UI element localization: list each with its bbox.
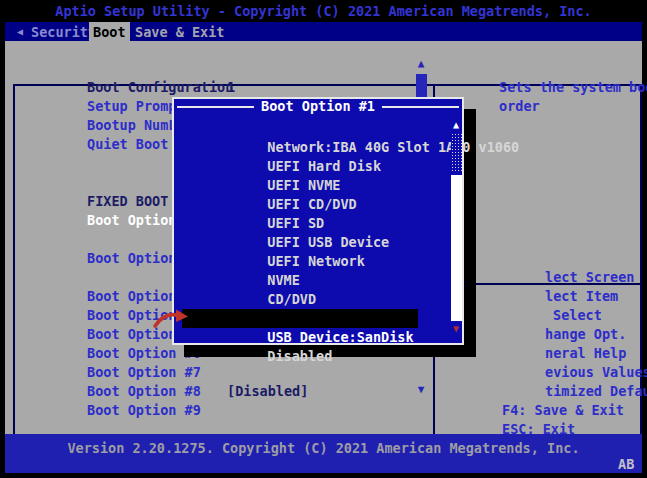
popup-item[interactable]: UEFI CD/DVD xyxy=(186,176,357,195)
boot-option-popup: Boot Option #1 Network:IBA 40G Slot 1A00… xyxy=(172,97,464,345)
boot-option-row: Boot Configuration xyxy=(22,59,412,78)
popup-scroll-up-icon[interactable]: ▲ xyxy=(449,119,463,131)
hotkey-row: hange Opt. xyxy=(480,306,626,325)
popup-scrollbar-track[interactable] xyxy=(451,175,462,321)
popup-item[interactable]: CD/DVD xyxy=(186,271,316,290)
left-scroll-down-icon[interactable]: ▼ xyxy=(413,383,429,396)
tab-boot[interactable]: Boot xyxy=(89,22,130,41)
hotkey-row: lect Item xyxy=(480,268,618,287)
help-description-line: order xyxy=(434,78,540,97)
hotkey-row: Select xyxy=(488,287,602,306)
title-rule-left xyxy=(177,106,254,108)
hotkey-row: lect Screen xyxy=(480,249,634,268)
popup-item[interactable]: UEFI USB Device xyxy=(186,214,389,233)
tab-bar: ◀ Security Boot Save & Exit xyxy=(5,22,642,41)
popup-item[interactable]: UEFI NVME xyxy=(186,157,340,176)
option-label: Boot Option #9 xyxy=(87,402,201,418)
version-text: Version 2.20.1275. Copyright (C) 2021 Am… xyxy=(5,439,642,458)
corner-badge: AB xyxy=(618,455,634,474)
title-bar: Aptio Setup Utility - Copyright (C) 2021… xyxy=(0,0,647,22)
annotation-arrow-icon xyxy=(151,305,191,331)
popup-item[interactable]: UEFI SD xyxy=(186,195,324,214)
popup-item[interactable]: Network:IBA 40G Slot 1A00 v1060 xyxy=(186,119,519,138)
popup-title: Boot Option #1 xyxy=(177,99,459,114)
tab-save-exit[interactable]: Save & Exit xyxy=(135,22,224,41)
popup-item[interactable]: UEFI Network xyxy=(186,233,365,252)
boot-option-row[interactable]: Setup Prompt Timeout 1 xyxy=(22,78,412,97)
hotkey-row: F4: Save & Exit xyxy=(437,382,624,401)
option-value: 1 xyxy=(227,78,235,97)
popup-scroll-down-icon[interactable]: ▼ xyxy=(449,323,463,335)
bios-screen: Aptio Setup Utility - Copyright (C) 2021… xyxy=(0,0,647,478)
hotkey-row: timized Defaults xyxy=(480,363,647,382)
popup-scrollbar-hatch[interactable] xyxy=(451,133,462,173)
popup-item[interactable]: USB Device:SanDisk xyxy=(182,309,418,328)
popup-item[interactable]: Disabled xyxy=(186,328,332,347)
popup-item[interactable]: NVME xyxy=(186,252,300,271)
hotkey-row: neral Help xyxy=(480,325,626,344)
tab-security[interactable]: Security xyxy=(31,22,96,41)
popup-item[interactable]: UEFI Hard Disk xyxy=(186,138,381,157)
popup-item[interactable]: SD xyxy=(186,290,284,309)
hotkey-row: ESC: Exit xyxy=(437,401,575,420)
back-arrow-icon[interactable]: ◀ xyxy=(17,22,23,41)
left-scroll-up-icon[interactable]: ▲ xyxy=(413,57,429,70)
help-description-line: Sets the system boot xyxy=(434,59,647,78)
status-bar: Version 2.20.1275. Copyright (C) 2021 Am… xyxy=(5,434,642,473)
popup-title-text: Boot Option #1 xyxy=(261,97,375,116)
title-rule-right xyxy=(382,106,459,108)
hotkey-row: evious Values xyxy=(480,344,647,363)
